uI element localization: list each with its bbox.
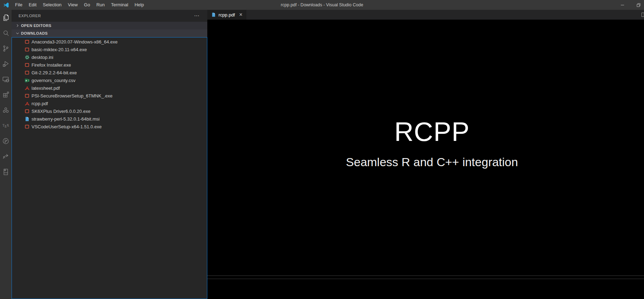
file-row-basic-miktex-20.11-x64.exe[interactable]: basic-miktex-20.11-x64.exe: [12, 46, 207, 53]
sidebar-title-label: EXPLORER: [19, 14, 41, 18]
file-row-Firefox Installer.exe[interactable]: Firefox Installer.exe: [12, 61, 207, 69]
close-icon[interactable]: ×: [239, 12, 242, 18]
activity-item-run-and-debug[interactable]: [0, 56, 12, 72]
menu-item-edit[interactable]: Edit: [26, 0, 40, 10]
pdf-file-icon: [24, 101, 30, 106]
file-name: Firefox Installer.exe: [32, 62, 71, 68]
exe-file-icon: [24, 124, 30, 129]
file-name: strawberry-perl-5.32.0.1-64bit.msi: [32, 116, 99, 122]
file-row-latexsheet.pdf[interactable]: latexsheet.pdf: [12, 84, 207, 92]
file-row-strawberry-perl-5.32.0.1-64bit.msi[interactable]: strawberry-perl-5.32.0.1-64bit.msi: [12, 115, 207, 123]
file-name: governors_county.csv: [32, 78, 76, 83]
file-file-icon: [24, 116, 30, 122]
gear-file-icon: [24, 54, 30, 60]
file-row-rcpp.pdf[interactable]: rcpp.pdf: [12, 100, 207, 107]
more-actions-button[interactable]: ⋯: [194, 10, 200, 22]
source-control-icon: [2, 45, 10, 53]
chevron-down-icon: [15, 31, 20, 36]
activity-item-clock-branch-extension[interactable]: [0, 133, 12, 149]
file-name: rcpp.pdf: [32, 101, 48, 106]
exe-file-icon: [24, 108, 30, 114]
file-row-VSCodeUserSetup-x64-1.51.0.exe[interactable]: VSCodeUserSetup-x64-1.51.0.exe: [12, 123, 207, 130]
title-bar: FileEditSelectionViewGoRunTerminalHelp r…: [0, 0, 644, 10]
activity-item-latex-workshop[interactable]: TEX: [0, 118, 12, 133]
activity-item-share-extension[interactable]: [0, 149, 12, 164]
minimize-button[interactable]: [614, 0, 630, 10]
vscode-window: FileEditSelectionViewGoRunTerminalHelp r…: [0, 0, 644, 299]
file-row-desktop.ini[interactable]: desktop.ini: [12, 53, 207, 61]
activity-item-search[interactable]: [0, 25, 12, 41]
activity-item-remote-explorer[interactable]: [0, 72, 12, 87]
tab-rcpp.pdf[interactable]: rcpp.pdf×: [207, 10, 246, 20]
page-separator: [207, 276, 644, 276]
sidebar: EXPLORER ⋯ OPEN EDITORS DOWNLOADS Anacon…: [12, 10, 207, 299]
exe-file-icon: [24, 70, 30, 75]
exe-file-icon: [24, 39, 30, 45]
section-downloads[interactable]: DOWNLOADS: [12, 29, 207, 37]
pdf-file-icon: [24, 85, 30, 91]
file-name: SK6XPlus Driver6.0.0.20.exe: [32, 109, 90, 114]
tab-bar: rcpp.pdf×: [207, 10, 644, 20]
file-name: Anaconda3-2020.07-Windows-x86_64.exe: [32, 39, 118, 45]
activity-bar: TEX: [0, 10, 12, 299]
activity-item-circles-extension[interactable]: [0, 102, 12, 118]
tex-icon: TEX: [2, 122, 10, 130]
svg-text:X: X: [7, 123, 9, 127]
clock-branch-icon: [2, 137, 10, 145]
file-row-PSI-SecureBrowserSetup_6TMNK_.exe[interactable]: PSI-SecureBrowserSetup_6TMNK_.exe: [12, 92, 207, 100]
page-separator: [207, 279, 644, 279]
pdf-subtitle: Seamless R and C++ integration: [214, 155, 644, 169]
sidebar-header: EXPLORER ⋯: [12, 10, 207, 22]
restore-button[interactable]: [630, 0, 644, 10]
exe-file-icon: [24, 93, 30, 98]
activity-item-explorer[interactable]: [0, 10, 12, 25]
files-icon: [2, 14, 10, 22]
file-row-SK6XPlus Driver6.0.0.20.exe[interactable]: SK6XPlus Driver6.0.0.20.exe: [12, 107, 207, 115]
file-name: latexsheet.pdf: [32, 86, 60, 91]
menu-item-file[interactable]: File: [12, 0, 26, 10]
extensions-icon: [2, 91, 10, 99]
run-debug-icon: [2, 60, 10, 68]
file-name: PSI-SecureBrowserSetup_6TMNK_.exe: [32, 93, 112, 98]
file-icon: [211, 12, 216, 18]
file-row-Git-2.29.2.2-64-bit.exe[interactable]: Git-2.29.2.2-64-bit.exe: [12, 69, 207, 76]
circles-icon: [2, 106, 10, 114]
remote-explorer-icon: [2, 75, 10, 83]
section-open-editors[interactable]: OPEN EDITORS: [12, 22, 207, 29]
exe-file-icon: [24, 47, 30, 52]
window-controls: [614, 0, 644, 10]
svg-text:T: T: [2, 123, 5, 127]
window-title: rcpp.pdf - Downloads - Visual Studio Cod…: [281, 0, 363, 10]
menu-item-terminal[interactable]: Terminal: [108, 0, 131, 10]
section-label: OPEN EDITORS: [21, 23, 51, 28]
menu-item-help[interactable]: Help: [131, 0, 147, 10]
menu-item-selection[interactable]: Selection: [40, 0, 64, 10]
menu-item-run[interactable]: Run: [93, 0, 108, 10]
activity-item-extensions[interactable]: [0, 87, 12, 102]
menu-item-go[interactable]: Go: [81, 0, 93, 10]
file-name: desktop.ini: [32, 55, 53, 60]
tab-label: rcpp.pdf: [219, 12, 235, 18]
file-name: VSCodeUserSetup-x64-1.51.0.exe: [32, 124, 102, 129]
file-name: basic-miktex-20.11-x64.exe: [32, 47, 87, 52]
activity-item-notebook-extension[interactable]: [0, 164, 12, 179]
file-row-governors_county.csv[interactable]: xgovernors_county.csv: [12, 76, 207, 84]
file-name: Git-2.29.2.2-64-bit.exe: [32, 70, 77, 75]
section-label: DOWNLOADS: [21, 31, 48, 35]
notebook-icon: [2, 168, 10, 176]
file-tree: Anaconda3-2020.07-Windows-x86_64.exebasi…: [12, 37, 207, 299]
file-row-Anaconda3-2020.07-Windows-x86_64.exe[interactable]: Anaconda3-2020.07-Windows-x86_64.exe: [12, 38, 207, 46]
pdf-viewer: RCPP Seamless R and C++ integration: [207, 20, 644, 299]
activity-item-source-control[interactable]: [0, 41, 12, 56]
share-arrow-icon: [2, 152, 10, 161]
menu-item-view[interactable]: View: [65, 0, 81, 10]
chevron-right-icon: [15, 23, 20, 28]
search-icon: [2, 29, 10, 37]
exe-file-icon: [24, 62, 30, 68]
split-editor-icon[interactable]: [641, 12, 644, 18]
vscode-logo-icon: [3, 2, 9, 8]
menu-bar: FileEditSelectionViewGoRunTerminalHelp: [12, 0, 147, 10]
pdf-title: RCPP: [214, 118, 644, 145]
excel-file-icon: x: [24, 77, 30, 83]
